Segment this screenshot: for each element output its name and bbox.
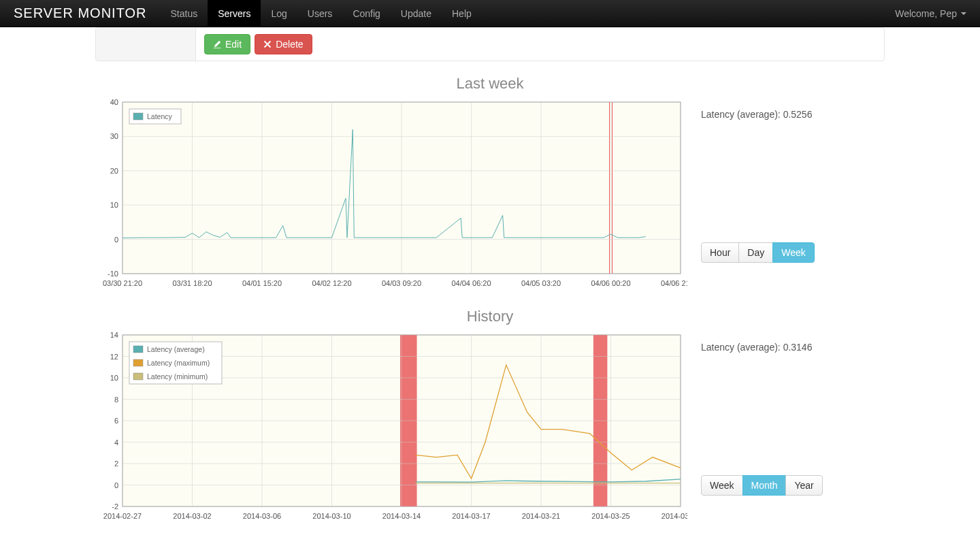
svg-rect-34 (133, 113, 143, 120)
svg-text:2014-03-29: 2014-03-29 (662, 512, 687, 520)
nav-help[interactable]: Help (442, 0, 482, 27)
toolbar-leftpane (96, 28, 196, 61)
nav-servers[interactable]: Servers (208, 0, 261, 27)
range-month[interactable]: Month (742, 475, 787, 496)
navbar: SERVER MONITOR Status Servers Log Users … (0, 0, 980, 27)
svg-text:0: 0 (114, 481, 118, 489)
svg-text:Latency (minimum): Latency (minimum) (147, 372, 208, 381)
svg-text:Latency (maximum): Latency (maximum) (147, 359, 210, 367)
svg-text:10: 10 (110, 374, 118, 382)
server-toolbar: Edit Delete (95, 27, 885, 61)
range-hour[interactable]: Hour (701, 242, 739, 263)
svg-text:04/05 03:20: 04/05 03:20 (521, 279, 561, 287)
nav-log[interactable]: Log (261, 0, 297, 27)
svg-text:04/01 15:20: 04/01 15:20 (242, 279, 282, 287)
user-menu[interactable]: Welcome, Pep (895, 8, 966, 19)
svg-text:Latency (average): Latency (average) (147, 345, 205, 353)
welcome-text: Welcome, Pep (895, 8, 957, 19)
svg-text:2014-03-14: 2014-03-14 (382, 512, 421, 520)
svg-text:-2: -2 (112, 502, 118, 511)
chart-history-section: History -2024681012142014-02-272014-03-0… (95, 308, 885, 527)
svg-text:10: 10 (110, 201, 118, 209)
svg-text:04/03 09:20: 04/03 09:20 (382, 279, 421, 287)
range-week2[interactable]: Week (701, 475, 743, 496)
svg-text:2014-03-10: 2014-03-10 (312, 512, 350, 520)
svg-text:40: 40 (110, 98, 118, 106)
svg-text:03/31 18:20: 03/31 18:20 (172, 279, 212, 287)
chart1-title: Last week (95, 75, 885, 93)
svg-text:2014-03-21: 2014-03-21 (522, 512, 560, 520)
svg-text:0: 0 (114, 236, 118, 244)
svg-text:2014-03-02: 2014-03-02 (173, 512, 211, 520)
svg-text:Latency: Latency (147, 112, 173, 120)
range-day[interactable]: Day (738, 242, 773, 263)
svg-text:14: 14 (110, 331, 118, 339)
svg-text:2014-03-17: 2014-03-17 (452, 512, 490, 520)
svg-text:04/06 21:20: 04/06 21:20 (661, 279, 687, 287)
chart2-range-group: Week Month Year (701, 475, 878, 496)
svg-rect-76 (133, 346, 143, 353)
close-icon (263, 40, 272, 48)
svg-rect-78 (133, 359, 143, 366)
chart2[interactable]: -2024681012142014-02-272014-03-022014-03… (95, 329, 687, 527)
chart2-title: History (95, 308, 885, 325)
chart1-range-group: Hour Day Week (701, 242, 878, 263)
svg-text:03/30 21:20: 03/30 21:20 (103, 279, 142, 287)
svg-text:-10: -10 (108, 270, 118, 278)
svg-text:2014-03-06: 2014-03-06 (243, 512, 281, 520)
svg-text:2014-02-27: 2014-02-27 (103, 512, 142, 520)
chart-lastweek-section: Last week -1001020304003/30 21:2003/31 1… (95, 75, 885, 294)
svg-text:6: 6 (114, 417, 118, 425)
chevron-down-icon (961, 12, 966, 15)
svg-text:2: 2 (114, 460, 118, 468)
nav-status[interactable]: Status (161, 0, 208, 27)
delete-button[interactable]: Delete (255, 34, 312, 54)
nav-update[interactable]: Update (391, 0, 442, 27)
svg-text:2014-03-25: 2014-03-25 (591, 512, 630, 520)
range-week[interactable]: Week (772, 242, 815, 263)
chart1[interactable]: -1001020304003/30 21:2003/31 18:2004/01 … (95, 97, 687, 294)
range-year[interactable]: Year (785, 475, 822, 496)
svg-rect-80 (133, 373, 143, 380)
svg-text:04/06 00:20: 04/06 00:20 (591, 279, 630, 287)
svg-text:12: 12 (110, 353, 118, 361)
chart1-stat: Latency (average): 0.5256 (701, 109, 878, 120)
edit-button[interactable]: Edit (204, 34, 250, 54)
edit-icon (213, 40, 221, 48)
svg-text:04/04 06:20: 04/04 06:20 (451, 279, 491, 287)
nav-users[interactable]: Users (297, 0, 343, 27)
chart2-stat: Latency (average): 0.3146 (701, 342, 878, 353)
brand[interactable]: SERVER MONITOR (14, 5, 147, 21)
svg-text:20: 20 (110, 167, 118, 175)
svg-text:30: 30 (110, 132, 118, 140)
nav-main: Status Servers Log Users Config Update H… (161, 0, 896, 27)
nav-config[interactable]: Config (342, 0, 390, 27)
svg-text:4: 4 (114, 438, 118, 447)
svg-text:04/02 12:20: 04/02 12:20 (312, 279, 351, 287)
svg-text:8: 8 (114, 396, 118, 404)
